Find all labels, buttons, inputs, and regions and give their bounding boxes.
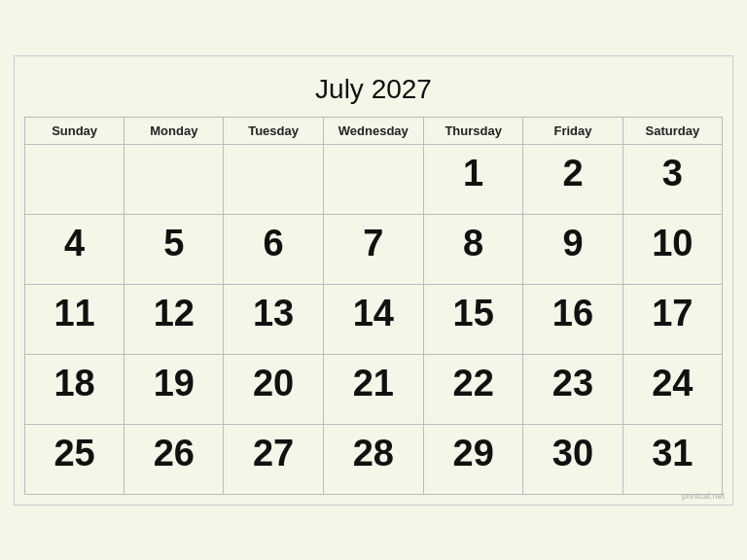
day-cell-24: 24: [622, 354, 722, 424]
day-cell-3: 3: [622, 144, 722, 214]
day-cell-16: 16: [523, 284, 622, 354]
calendar-container: July 2027 SundayMondayTuesdayWednesdayTh…: [14, 55, 733, 506]
day-cell-22: 22: [423, 354, 522, 424]
day-cell-5: 5: [124, 214, 224, 284]
day-cell-28: 28: [323, 424, 423, 494]
day-cell-25: 25: [25, 424, 124, 494]
day-cell-30: 30: [523, 424, 622, 494]
day-header-row: SundayMondayTuesdayWednesdayThursdayFrid…: [25, 117, 723, 144]
calendar-title: July 2027: [24, 66, 723, 117]
week-row-4: 25262728293031: [25, 424, 723, 494]
day-cell-6: 6: [224, 214, 323, 284]
empty-cell-0-0: [25, 144, 124, 214]
day-header-friday: Friday: [523, 117, 622, 144]
week-row-2: 11121314151617: [25, 284, 723, 354]
day-cell-20: 20: [224, 354, 323, 424]
day-cell-11: 11: [25, 284, 124, 354]
day-header-saturday: Saturday: [622, 117, 722, 144]
watermark: printcal.net: [682, 491, 725, 501]
week-row-3: 18192021222324: [25, 354, 723, 424]
day-header-sunday: Sunday: [25, 117, 124, 144]
day-header-thursday: Thursday: [423, 117, 522, 144]
day-cell-4: 4: [25, 214, 124, 284]
day-cell-29: 29: [423, 424, 522, 494]
day-cell-21: 21: [323, 354, 423, 424]
empty-cell-0-1: [124, 144, 224, 214]
day-cell-2: 2: [523, 144, 622, 214]
day-cell-19: 19: [124, 354, 224, 424]
calendar-table: SundayMondayTuesdayWednesdayThursdayFrid…: [24, 117, 723, 495]
week-row-0: 123: [25, 144, 723, 214]
day-cell-13: 13: [224, 284, 323, 354]
day-cell-8: 8: [423, 214, 522, 284]
day-cell-9: 9: [523, 214, 622, 284]
day-header-monday: Monday: [124, 117, 224, 144]
day-cell-18: 18: [25, 354, 124, 424]
day-cell-23: 23: [523, 354, 622, 424]
day-cell-26: 26: [124, 424, 224, 494]
empty-cell-0-2: [224, 144, 323, 214]
week-row-1: 45678910: [25, 214, 723, 284]
day-cell-14: 14: [323, 284, 423, 354]
day-cell-7: 7: [323, 214, 423, 284]
day-cell-12: 12: [124, 284, 224, 354]
empty-cell-0-3: [323, 144, 423, 214]
day-header-wednesday: Wednesday: [323, 117, 423, 144]
day-header-tuesday: Tuesday: [224, 117, 323, 144]
day-cell-17: 17: [622, 284, 722, 354]
day-cell-31: 31: [622, 424, 722, 494]
day-cell-1: 1: [423, 144, 522, 214]
day-cell-10: 10: [622, 214, 722, 284]
day-cell-15: 15: [423, 284, 522, 354]
day-cell-27: 27: [224, 424, 323, 494]
